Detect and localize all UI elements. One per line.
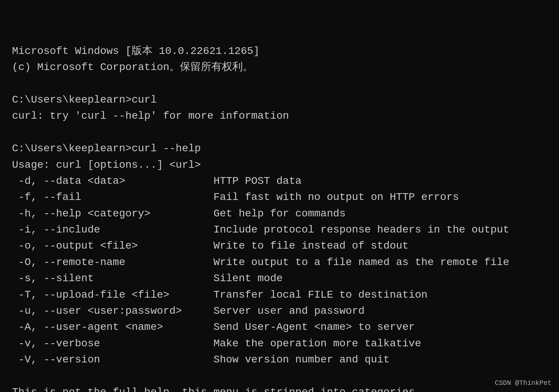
terminal-line: Microsoft Windows [版本 10.0.22621.1265] [12,43,547,59]
terminal-line: curl: try 'curl --help' for more informa… [12,108,547,124]
terminal-window[interactable]: Microsoft Windows [版本 10.0.22621.1265](c… [0,0,559,392]
terminal-line [12,76,547,92]
terminal-line [12,124,547,140]
terminal-line: -O, --remote-name Write output to a file… [12,254,547,270]
terminal-line: C:\Users\keeplearn>curl [12,92,547,108]
terminal-line: -T, --upload-file <file> Transfer local … [12,287,547,303]
terminal-line: -V, --version Show version number and qu… [12,352,547,368]
terminal-line: -d, --data <data> HTTP POST data [12,173,547,189]
terminal-line: This is not the full help, this menu is … [12,384,547,392]
terminal-line: -o, --output <file> Write to file instea… [12,238,547,254]
terminal-line: -u, --user <user:password> Server user a… [12,303,547,319]
terminal-line [12,368,547,384]
terminal-line: (c) Microsoft Corporation。保留所有权利。 [12,59,547,75]
terminal-line: -s, --silent Silent mode [12,270,547,286]
watermark: CSDN @ThinkPet [495,379,552,387]
terminal-line: -v, --verbose Make the operation more ta… [12,335,547,352]
terminal-line: -A, --user-agent <name> Send User-Agent … [12,319,547,335]
terminal-line: C:\Users\keeplearn>curl --help [12,140,547,157]
terminal-content: Microsoft Windows [版本 10.0.22621.1265](c… [12,43,547,392]
terminal-line: Usage: curl [options...] <url> [12,157,547,173]
terminal-line: -h, --help <category> Get help for comma… [12,206,547,222]
terminal-line: -f, --fail Fail fast with no output on H… [12,189,547,205]
terminal-line: -i, --include Include protocol response … [12,222,547,238]
